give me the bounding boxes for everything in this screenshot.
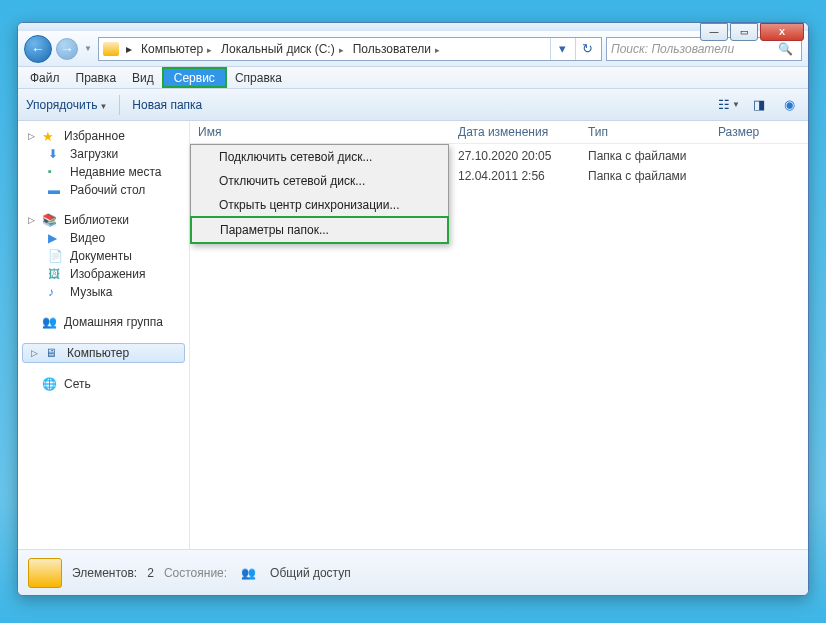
music-icon: ♪: [48, 285, 64, 299]
menu-map-network-drive[interactable]: Подключить сетевой диск...: [191, 145, 448, 169]
document-icon: 📄: [48, 249, 64, 263]
explorer-window: — ▭ X ← → ▼ ▸ Компьютер▸ Локальный диск …: [17, 22, 809, 596]
star-icon: ★: [42, 129, 58, 143]
column-headers: Имя Дата изменения Тип Размер: [190, 121, 808, 144]
column-size[interactable]: Размер: [718, 125, 800, 139]
service-dropdown-menu: Подключить сетевой диск... Отключить сет…: [190, 144, 449, 244]
sidebar-network[interactable]: 🌐Сеть: [18, 375, 189, 393]
close-button[interactable]: X: [760, 23, 804, 41]
search-icon: 🔍: [778, 42, 793, 56]
breadcrumb-segment[interactable]: Пользователи▸: [349, 39, 444, 59]
navigation-pane: ▷★Избранное ⬇Загрузки ▪Недавние места ▬Р…: [18, 121, 190, 549]
libraries-icon: 📚: [42, 213, 58, 227]
elements-count: 2: [147, 566, 154, 580]
command-toolbar: Упорядочить▼ Новая папка ☷ ▼ ◨ ◉: [18, 89, 808, 121]
minimize-button[interactable]: —: [700, 23, 728, 41]
nav-toolbar: ← → ▼ ▸ Компьютер▸ Локальный диск (C:)▸ …: [18, 31, 808, 67]
menu-bar: Файл Правка Вид Сервис Справка: [18, 67, 808, 89]
column-type[interactable]: Тип: [588, 125, 718, 139]
titlebar[interactable]: [18, 23, 808, 31]
column-date[interactable]: Дата изменения: [458, 125, 588, 139]
sidebar-libraries-header[interactable]: ▷📚Библиотеки: [18, 211, 189, 229]
sidebar-item-music[interactable]: ♪Музыка: [18, 283, 189, 301]
downloads-icon: ⬇: [48, 147, 64, 161]
column-name[interactable]: Имя: [198, 125, 458, 139]
search-placeholder: Поиск: Пользователи: [611, 42, 734, 56]
sidebar-homegroup[interactable]: 👥Домашняя группа: [18, 313, 189, 331]
breadcrumb-segment[interactable]: ▸: [122, 39, 136, 59]
status-bar: Элементов: 2 Состояние: 👥 Общий доступ: [18, 549, 808, 595]
organize-button[interactable]: Упорядочить▼: [26, 98, 107, 112]
nav-history-dropdown[interactable]: ▼: [82, 38, 94, 60]
share-icon: 👥: [241, 566, 256, 580]
sidebar-item-videos[interactable]: ▶Видео: [18, 229, 189, 247]
new-folder-button[interactable]: Новая папка: [132, 98, 202, 112]
menu-folder-options[interactable]: Параметры папок...: [190, 216, 449, 244]
folder-large-icon: [28, 558, 62, 588]
image-icon: 🖼: [48, 267, 64, 281]
sidebar-favorites-header[interactable]: ▷★Избранное: [18, 127, 189, 145]
address-dropdown-icon[interactable]: ▾: [550, 38, 574, 60]
homegroup-icon: 👥: [42, 315, 58, 329]
preview-pane-icon[interactable]: ◨: [748, 95, 770, 115]
menu-disconnect-network-drive[interactable]: Отключить сетевой диск...: [191, 169, 448, 193]
separator: [119, 95, 120, 115]
folder-icon: [103, 42, 119, 56]
desktop-icon: ▬: [48, 183, 64, 197]
menu-edit[interactable]: Правка: [68, 67, 125, 88]
state-label: Состояние:: [164, 566, 227, 580]
maximize-button[interactable]: ▭: [730, 23, 758, 41]
sidebar-item-desktop[interactable]: ▬Рабочий стол: [18, 181, 189, 199]
sidebar-item-documents[interactable]: 📄Документы: [18, 247, 189, 265]
view-options-icon[interactable]: ☷ ▼: [718, 95, 740, 115]
help-icon[interactable]: ◉: [778, 95, 800, 115]
menu-service[interactable]: Сервис: [162, 67, 227, 88]
file-list-pane: Имя Дата изменения Тип Размер Подключить…: [190, 121, 808, 549]
window-controls: — ▭ X: [700, 23, 804, 41]
sidebar-item-recent[interactable]: ▪Недавние места: [18, 163, 189, 181]
menu-open-sync-center[interactable]: Открыть центр синхронизации...: [191, 193, 448, 217]
file-list[interactable]: Подключить сетевой диск... Отключить сет…: [190, 144, 808, 549]
menu-file[interactable]: Файл: [22, 67, 68, 88]
nav-forward-button[interactable]: →: [56, 38, 78, 60]
video-icon: ▶: [48, 231, 64, 245]
content-area: ▷★Избранное ⬇Загрузки ▪Недавние места ▬Р…: [18, 121, 808, 549]
breadcrumb-segment[interactable]: Компьютер▸: [137, 39, 216, 59]
sidebar-computer[interactable]: ▷🖥Компьютер: [22, 343, 185, 363]
address-bar[interactable]: ▸ Компьютер▸ Локальный диск (C:)▸ Пользо…: [98, 37, 602, 61]
refresh-icon[interactable]: ↻: [575, 38, 599, 60]
recent-icon: ▪: [48, 165, 64, 179]
breadcrumb-segment[interactable]: Локальный диск (C:)▸: [217, 39, 348, 59]
shared-status: Общий доступ: [270, 566, 351, 580]
elements-label: Элементов:: [72, 566, 137, 580]
sidebar-item-downloads[interactable]: ⬇Загрузки: [18, 145, 189, 163]
network-icon: 🌐: [42, 377, 58, 391]
computer-icon: 🖥: [45, 346, 61, 360]
sidebar-item-pictures[interactable]: 🖼Изображения: [18, 265, 189, 283]
menu-view[interactable]: Вид: [124, 67, 162, 88]
nav-back-button[interactable]: ←: [24, 35, 52, 63]
menu-help[interactable]: Справка: [227, 67, 290, 88]
